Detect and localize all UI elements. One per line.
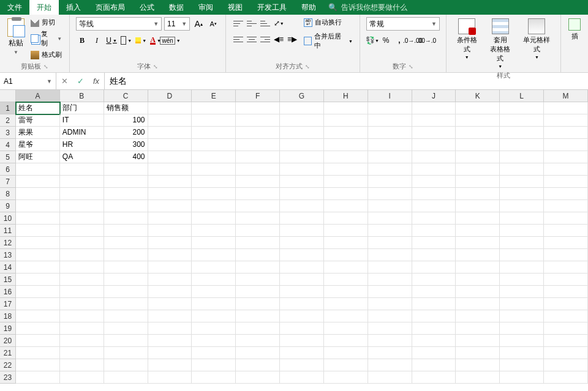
cell-A2[interactable]: 雷哥: [16, 114, 60, 127]
increase-font-button[interactable]: A▴: [192, 18, 205, 30]
cell-E14[interactable]: [192, 261, 236, 274]
cell-H18[interactable]: [324, 310, 368, 322]
cell-J18[interactable]: [412, 310, 456, 322]
cell-G12[interactable]: [280, 237, 324, 249]
cell-D2[interactable]: [148, 114, 192, 127]
cell-D8[interactable]: [148, 188, 192, 200]
row-header-5[interactable]: 5: [0, 151, 15, 163]
cell-D20[interactable]: [148, 335, 192, 347]
cell-F15[interactable]: [236, 274, 280, 286]
cell-I6[interactable]: [368, 163, 412, 176]
cell-H3[interactable]: [324, 127, 368, 139]
cell-D10[interactable]: [148, 212, 192, 225]
cell-M2[interactable]: [544, 114, 588, 127]
menu-item-7[interactable]: 视图: [221, 0, 250, 15]
cell-C17[interactable]: [104, 298, 148, 310]
cell-H16[interactable]: [324, 286, 368, 298]
cell-D13[interactable]: [148, 249, 192, 261]
row-header-15[interactable]: 15: [0, 274, 15, 286]
cell-J15[interactable]: [412, 274, 456, 286]
cell-C20[interactable]: [104, 335, 148, 347]
cell-C6[interactable]: [104, 163, 148, 176]
cell-C7[interactable]: [104, 176, 148, 188]
cell-E21[interactable]: [192, 347, 236, 359]
format-painter-button[interactable]: 格式刷: [29, 50, 63, 60]
cell-D17[interactable]: [148, 298, 192, 310]
formula-input[interactable]: 姓名: [105, 73, 588, 89]
cell-J14[interactable]: [412, 261, 456, 274]
cell-M11[interactable]: [544, 225, 588, 237]
cell-B20[interactable]: [60, 335, 104, 347]
cell-J6[interactable]: [412, 163, 456, 176]
row-header-12[interactable]: 12: [0, 237, 15, 249]
cell-J20[interactable]: [412, 335, 456, 347]
cell-C21[interactable]: [104, 347, 148, 359]
row-header-17[interactable]: 17: [0, 298, 15, 310]
cell-M3[interactable]: [544, 127, 588, 139]
cell-I22[interactable]: [368, 359, 412, 371]
cell-J4[interactable]: [412, 139, 456, 151]
cell-H8[interactable]: [324, 188, 368, 200]
cell-K7[interactable]: [456, 176, 500, 188]
cell-C11[interactable]: [104, 225, 148, 237]
cell-F5[interactable]: [236, 151, 280, 163]
cell-J17[interactable]: [412, 298, 456, 310]
cell-B12[interactable]: [60, 237, 104, 249]
phonetic-button[interactable]: wén▼: [164, 34, 176, 47]
cell-I11[interactable]: [368, 225, 412, 237]
bold-button[interactable]: B: [76, 34, 88, 47]
cell-K4[interactable]: [456, 139, 500, 151]
cell-E15[interactable]: [192, 274, 236, 286]
cell-H9[interactable]: [324, 200, 368, 212]
cell-K8[interactable]: [456, 188, 500, 200]
cell-M21[interactable]: [544, 347, 588, 359]
cell-A17[interactable]: [16, 298, 60, 310]
cell-B1[interactable]: 部门: [60, 102, 104, 114]
wrap-text-button[interactable]: ab↵自动换行: [303, 17, 353, 28]
cell-E18[interactable]: [192, 310, 236, 322]
cell-G10[interactable]: [280, 212, 324, 225]
font-size-combo[interactable]: 11▼: [164, 17, 190, 31]
cell-J7[interactable]: [412, 176, 456, 188]
cell-M5[interactable]: [544, 151, 588, 163]
cell-I23[interactable]: [368, 371, 412, 384]
cell-B10[interactable]: [60, 212, 104, 225]
menu-item-8[interactable]: 开发工具: [250, 0, 294, 15]
col-header-A[interactable]: A: [16, 90, 60, 102]
cell-C9[interactable]: [104, 200, 148, 212]
search-input[interactable]: [341, 3, 433, 12]
cell-H5[interactable]: [324, 151, 368, 163]
row-header-11[interactable]: 11: [0, 225, 15, 237]
cell-G17[interactable]: [280, 298, 324, 310]
paste-button[interactable]: 粘贴 ▼: [6, 17, 26, 60]
cell-K12[interactable]: [456, 237, 500, 249]
col-header-C[interactable]: C: [104, 90, 148, 102]
row-header-1[interactable]: 1: [0, 102, 15, 114]
cell-H6[interactable]: [324, 163, 368, 176]
menu-item-0[interactable]: 文件: [0, 0, 29, 15]
cell-L21[interactable]: [500, 347, 544, 359]
cell-I5[interactable]: [368, 151, 412, 163]
cell-C23[interactable]: [104, 371, 148, 384]
row-header-10[interactable]: 10: [0, 212, 15, 225]
cell-J19[interactable]: [412, 322, 456, 335]
cell-E3[interactable]: [192, 127, 236, 139]
cell-A18[interactable]: [16, 310, 60, 322]
tell-me-search[interactable]: 🔍: [323, 0, 438, 15]
cell-D7[interactable]: [148, 176, 192, 188]
cell-B4[interactable]: HR: [60, 139, 104, 151]
cell-G9[interactable]: [280, 200, 324, 212]
cell-I21[interactable]: [368, 347, 412, 359]
cell-M18[interactable]: [544, 310, 588, 322]
cell-B15[interactable]: [60, 274, 104, 286]
cell-G8[interactable]: [280, 188, 324, 200]
cell-B3[interactable]: ADMIN: [60, 127, 104, 139]
cell-E4[interactable]: [192, 139, 236, 151]
cell-B18[interactable]: [60, 310, 104, 322]
cell-A19[interactable]: [16, 322, 60, 335]
cell-F16[interactable]: [236, 286, 280, 298]
cell-B6[interactable]: [60, 163, 104, 176]
dialog-launcher-icon[interactable]: ⤡: [153, 64, 158, 70]
conditional-format-button[interactable]: 条件格式▼: [453, 17, 481, 70]
row-header-7[interactable]: 7: [0, 176, 15, 188]
